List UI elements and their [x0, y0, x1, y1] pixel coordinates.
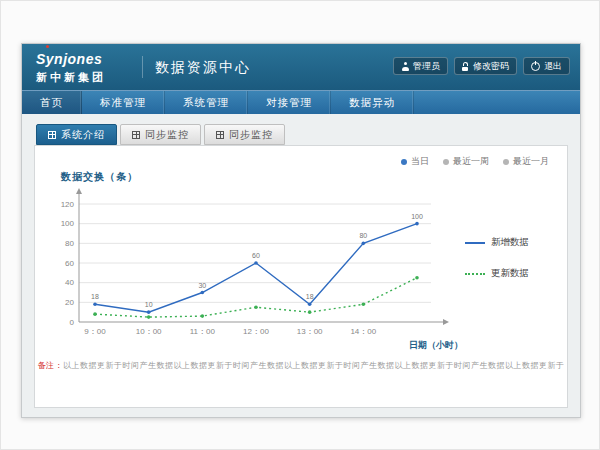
app-window: Synjones 新中新集团 数据资源中心 管理员 修改密码 退出	[21, 43, 581, 418]
chart-row: 0204060801001209：0010：0011：0012：0013：001…	[45, 184, 557, 354]
tab-sync-monitor-2-label: 同步监控	[229, 128, 273, 142]
grid-icon	[132, 131, 140, 139]
logout-button[interactable]: 退出	[523, 57, 570, 75]
lock-icon	[462, 62, 469, 71]
legend-dot-icon	[443, 159, 449, 165]
tab-sync-monitor-1-label: 同步监控	[145, 128, 189, 142]
page-title: 数据资源中心	[142, 56, 251, 78]
content-area: 系统介绍 同步监控 同步监控 当日	[22, 114, 580, 417]
svg-text:20: 20	[65, 298, 74, 307]
svg-text:18: 18	[91, 293, 99, 300]
change-password-button[interactable]: 修改密码	[454, 57, 517, 75]
legend-new-data-label: 新增数据	[491, 236, 529, 249]
svg-text:9：00: 9：00	[84, 327, 106, 336]
logo-wordmark: Synjones	[36, 52, 102, 66]
svg-text:100: 100	[411, 213, 423, 220]
y-axis-title: 数据交换（条）	[61, 170, 557, 184]
svg-text:11：00: 11：00	[190, 327, 216, 336]
main-nav: 首页 标准管理 系统管理 对接管理 数据异动	[22, 90, 580, 114]
legend-dot-icon	[503, 159, 509, 165]
svg-text:18: 18	[306, 293, 314, 300]
filter-last-week[interactable]: 最近一周	[443, 155, 489, 168]
grid-icon	[48, 131, 56, 139]
admin-user-label: 管理员	[413, 61, 440, 71]
filter-last-month[interactable]: 最近一月	[503, 155, 549, 168]
line-sample-icon	[465, 242, 485, 244]
user-icon	[401, 62, 409, 71]
tab-system-intro-label: 系统介绍	[61, 128, 105, 142]
footnote-prefix: 备注：	[38, 361, 64, 370]
svg-text:80: 80	[65, 239, 74, 248]
nav-item-standard-mgmt[interactable]: 标准管理	[82, 91, 165, 114]
filter-today[interactable]: 当日	[401, 155, 429, 168]
filter-last-month-label: 最近一月	[513, 155, 549, 168]
svg-text:10: 10	[145, 301, 153, 308]
admin-user-button[interactable]: 管理员	[393, 57, 448, 75]
legend-dot-icon	[401, 159, 407, 165]
change-password-label: 修改密码	[473, 61, 509, 71]
logout-label: 退出	[544, 61, 562, 71]
filter-today-label: 当日	[411, 155, 429, 168]
screenshot-background: Synjones 新中新集团 数据资源中心 管理员 修改密码 退出	[0, 0, 600, 450]
svg-text:80: 80	[359, 232, 367, 239]
svg-text:100: 100	[61, 219, 75, 228]
svg-text:60: 60	[65, 259, 74, 268]
svg-text:40: 40	[65, 278, 74, 287]
tab-sync-monitor-1[interactable]: 同步监控	[120, 124, 201, 145]
tab-system-intro[interactable]: 系统介绍	[36, 124, 117, 145]
tab-sync-monitor-2[interactable]: 同步监控	[204, 124, 285, 145]
power-icon	[531, 62, 540, 71]
logo-company-name: 新中新集团	[36, 70, 132, 85]
logo: Synjones 新中新集团	[36, 50, 132, 85]
legend-updated-data-label: 更新数据	[491, 267, 529, 280]
svg-text:13：00: 13：00	[297, 327, 323, 336]
svg-text:60: 60	[252, 252, 260, 259]
grid-icon	[216, 131, 224, 139]
chart-panel: 当日 最近一周 最近一月 数据交换（条） 0204060801001209：00…	[34, 145, 568, 408]
nav-item-system-mgmt[interactable]: 系统管理	[165, 91, 248, 114]
nav-item-data-change[interactable]: 数据异动	[331, 91, 414, 114]
nav-item-interface-mgmt[interactable]: 对接管理	[248, 91, 331, 114]
period-filter-legend: 当日 最近一周 最近一月	[401, 155, 549, 168]
svg-text:120: 120	[61, 200, 75, 209]
svg-text:30: 30	[198, 282, 206, 289]
logo-red-dot-icon	[46, 45, 49, 48]
top-header: Synjones 新中新集团 数据资源中心 管理员 修改密码 退出	[22, 44, 580, 90]
filter-last-week-label: 最近一周	[453, 155, 489, 168]
nav-item-home[interactable]: 首页	[22, 91, 82, 114]
footnote: 备注：以上数据更新于时间产生数据以上数据更新于时间产生数据以上数据更新于时间产生…	[35, 360, 567, 371]
tab-bar: 系统介绍 同步监控 同步监控	[36, 124, 568, 145]
footnote-text: 以上数据更新于时间产生数据以上数据更新于时间产生数据以上数据更新于时间产生数据以…	[63, 361, 565, 370]
svg-text:14：00: 14：00	[350, 327, 376, 336]
svg-text:10：00: 10：00	[136, 327, 162, 336]
svg-text:0: 0	[70, 318, 75, 327]
user-actions: 管理员 修改密码 退出	[393, 57, 570, 75]
series-legend: 新增数据 更新数据	[465, 184, 557, 280]
dotted-line-sample-icon	[465, 273, 485, 275]
legend-updated-data[interactable]: 更新数据	[465, 267, 557, 280]
line-chart: 0204060801001209：0010：0011：0012：0013：001…	[45, 184, 465, 354]
svg-text:日期（小时）: 日期（小时）	[409, 340, 463, 350]
legend-new-data[interactable]: 新增数据	[465, 236, 557, 249]
svg-text:12：00: 12：00	[243, 327, 269, 336]
